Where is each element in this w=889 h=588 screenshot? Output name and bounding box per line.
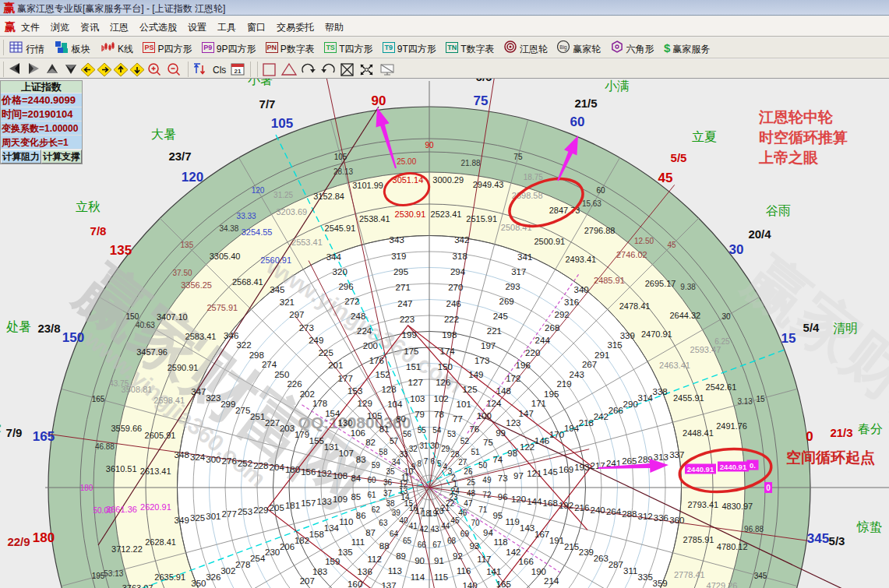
svg-text:2628.41: 2628.41 (145, 537, 176, 547)
svg-text:171: 171 (531, 399, 546, 408)
svg-text:200: 200 (363, 341, 378, 350)
svg-text:159: 159 (325, 557, 340, 566)
svg-text:5/3: 5/3 (829, 534, 845, 548)
svg-text:101: 101 (457, 400, 471, 409)
svg-text:2491.76: 2491.76 (716, 421, 747, 431)
svg-text:小满: 小满 (605, 79, 630, 93)
svg-text:117: 117 (477, 555, 491, 564)
svg-text:124: 124 (486, 399, 502, 408)
svg-text:250: 250 (274, 370, 289, 379)
svg-text:3712.22: 3712.22 (111, 544, 143, 554)
svg-text:7: 7 (424, 457, 429, 466)
svg-text:2463.41: 2463.41 (659, 361, 690, 370)
svg-text:268: 268 (545, 323, 559, 333)
svg-text:18.75: 18.75 (524, 173, 543, 181)
svg-text:150: 150 (62, 330, 84, 345)
svg-text:181: 181 (285, 501, 300, 510)
svg-text:45: 45 (658, 171, 673, 185)
svg-text:359: 359 (653, 579, 668, 588)
svg-text:8: 8 (417, 459, 422, 468)
svg-text:151: 151 (406, 362, 421, 371)
svg-text:58: 58 (379, 448, 388, 456)
svg-text:20/4: 20/4 (748, 227, 771, 241)
svg-text:2515.91: 2515.91 (466, 214, 497, 224)
svg-text:150: 150 (126, 312, 139, 321)
svg-text:25.00: 25.00 (397, 157, 416, 166)
svg-text:154: 154 (325, 409, 340, 418)
svg-text:86: 86 (356, 511, 366, 520)
svg-text:254: 254 (250, 554, 266, 563)
svg-text:88: 88 (379, 541, 390, 551)
svg-text:15: 15 (756, 395, 765, 403)
svg-text:264: 264 (606, 507, 622, 516)
svg-text:54: 54 (432, 426, 442, 435)
svg-text:96: 96 (498, 492, 508, 502)
svg-text:204: 204 (270, 463, 285, 472)
svg-text:6/6: 6/6 (476, 79, 492, 83)
svg-text:341: 341 (517, 252, 532, 262)
svg-text:148: 148 (496, 386, 511, 396)
svg-text:85: 85 (351, 492, 361, 502)
svg-text:2568.41: 2568.41 (232, 277, 263, 287)
svg-text:291: 291 (594, 350, 609, 360)
svg-text:110: 110 (339, 517, 353, 526)
svg-text:152: 152 (376, 370, 390, 379)
svg-text:340: 340 (574, 285, 589, 294)
svg-text:160: 160 (347, 579, 362, 588)
svg-text:21/3: 21/3 (830, 426, 852, 439)
svg-text:296: 296 (338, 282, 353, 291)
svg-text:4830.97: 4830.97 (721, 502, 753, 511)
svg-text:0: 0 (806, 429, 813, 444)
svg-text:190: 190 (531, 567, 546, 576)
svg-text:37.50: 37.50 (172, 269, 192, 277)
svg-text:273: 273 (299, 323, 314, 333)
svg-text:172: 172 (506, 374, 520, 383)
svg-text:169: 169 (559, 465, 573, 474)
svg-text:314: 314 (638, 393, 654, 403)
svg-text:2470.91: 2470.91 (641, 329, 672, 339)
svg-text:180: 180 (80, 484, 93, 492)
svg-text:242: 242 (594, 412, 609, 421)
svg-text:321: 321 (280, 298, 295, 307)
svg-text:360: 360 (669, 516, 684, 525)
svg-text:70: 70 (471, 519, 481, 527)
svg-text:28: 28 (450, 450, 460, 459)
svg-text:6: 6 (431, 457, 436, 466)
svg-text:319: 319 (391, 252, 406, 261)
svg-text:61: 61 (368, 491, 377, 499)
svg-text:119: 119 (506, 517, 520, 526)
svg-text:325: 325 (190, 513, 205, 523)
svg-text:大暑: 大暑 (151, 128, 176, 141)
svg-text:244: 244 (535, 336, 551, 345)
svg-text:135: 135 (338, 548, 353, 557)
svg-text:105: 105 (367, 411, 382, 421)
svg-text:133: 133 (317, 497, 332, 506)
svg-text:7/7: 7/7 (259, 97, 276, 111)
svg-text:338: 338 (653, 387, 668, 396)
svg-text:122: 122 (520, 442, 534, 452)
svg-text:195: 195 (544, 389, 559, 399)
svg-text:170: 170 (549, 430, 564, 439)
svg-text:60: 60 (368, 476, 377, 484)
svg-text:55: 55 (418, 426, 427, 435)
svg-text:24: 24 (451, 487, 460, 495)
svg-text:2538.41: 2538.41 (359, 214, 390, 224)
svg-text:228: 228 (253, 461, 268, 470)
svg-text:136: 136 (358, 567, 372, 576)
svg-text:33.33: 33.33 (237, 212, 256, 220)
svg-text:57: 57 (390, 437, 399, 445)
svg-text:203: 203 (280, 424, 295, 433)
svg-text:343: 343 (390, 235, 404, 245)
svg-text:立夏: 立夏 (692, 130, 717, 143)
svg-text:30: 30 (430, 442, 439, 450)
svg-text:218: 218 (579, 418, 594, 428)
svg-text:142: 142 (506, 548, 520, 557)
svg-text:165: 165 (33, 429, 55, 444)
svg-text:220: 220 (525, 348, 540, 357)
svg-text:37: 37 (383, 489, 393, 498)
svg-text:225: 225 (319, 348, 333, 357)
svg-text:274: 274 (262, 360, 277, 369)
svg-text:109: 109 (333, 495, 347, 504)
svg-text:339: 339 (620, 331, 635, 340)
svg-text:346: 346 (224, 331, 238, 340)
